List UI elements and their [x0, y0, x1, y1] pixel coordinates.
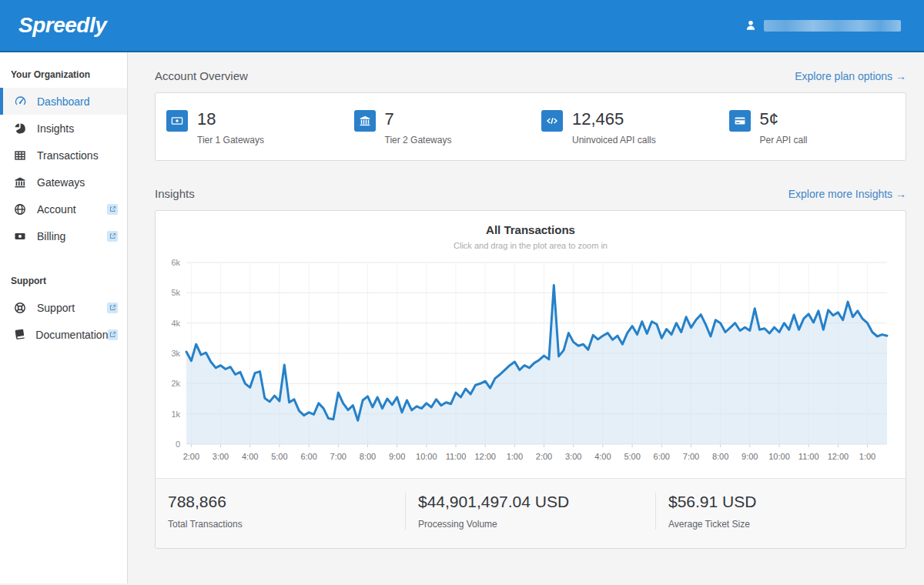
user-name-redacted [764, 20, 901, 32]
stat-label: Tier 1 Gateways [197, 135, 264, 145]
billing-icon [14, 229, 27, 242]
sidebar-item-label: Documentation [35, 329, 108, 341]
support-heading: Support [0, 269, 127, 294]
sidebar-item-label: Account [37, 203, 76, 216]
sidebar-item-transactions[interactable]: Transactions [0, 142, 127, 169]
user-menu[interactable] [745, 19, 901, 32]
svg-text:4:00: 4:00 [242, 452, 258, 461]
svg-text:1:00: 1:00 [507, 452, 523, 461]
code-icon [541, 110, 563, 132]
stat-tier2-gateways: 7 Tier 2 Gateways [343, 110, 531, 145]
svg-text:1k: 1k [171, 410, 180, 419]
sidebar-item-billing[interactable]: Billing [0, 222, 127, 249]
sidebar-item-label: Gateways [37, 176, 85, 189]
sidebar-item-label: Dashboard [37, 95, 90, 108]
person-icon [745, 19, 757, 32]
stat-value: 7 [385, 110, 452, 128]
summary-stats-bar: 788,866 Total Transactions $44,901,497.0… [156, 478, 906, 548]
summary-value: $44,901,497.04 USD [418, 493, 655, 511]
sidebar-item-documentation[interactable]: Documentation [0, 321, 127, 348]
main-content: Account Overview Explore plan options → … [128, 52, 924, 583]
svg-text:5:00: 5:00 [271, 452, 287, 461]
svg-text:2k: 2k [171, 379, 180, 388]
support-icon [14, 301, 27, 314]
sidebar-item-account[interactable]: Account [0, 196, 127, 222]
svg-text:9:00: 9:00 [389, 452, 405, 461]
sidebar-item-label: Insights [37, 122, 74, 135]
summary-value: 788,866 [168, 493, 405, 511]
sidebar-item-dashboard[interactable]: Dashboard [0, 88, 127, 115]
insights-chart-card: All Transactions Click and drag in the p… [155, 210, 906, 549]
svg-text:11:00: 11:00 [798, 452, 819, 461]
chart-subtitle: Click and drag in the plot area to zoom … [156, 241, 906, 250]
dashboard-icon [14, 95, 27, 108]
stat-value: 5¢ [760, 110, 808, 128]
money-icon [166, 110, 188, 132]
svg-text:6:00: 6:00 [300, 452, 316, 461]
summary-label: Average Ticket Size [668, 519, 906, 530]
summary-label: Total Transactions [168, 519, 405, 530]
stat-value: 18 [197, 110, 264, 128]
explore-plan-options-link[interactable]: Explore plan options → [795, 70, 906, 82]
account-overview-title: Account Overview [155, 69, 248, 82]
external-link-icon [107, 303, 118, 313]
documentation-icon [14, 328, 25, 341]
summary-processing-volume: $44,901,497.04 USD Processing Volume [405, 493, 655, 530]
summary-value: $56.91 USD [668, 493, 906, 511]
summary-label: Processing Volume [418, 519, 655, 530]
svg-text:5k: 5k [171, 288, 180, 297]
svg-text:3:00: 3:00 [213, 452, 229, 461]
svg-text:6:00: 6:00 [654, 452, 670, 461]
all-transactions-chart[interactable]: 2:003:004:005:006:007:008:009:0010:0011:… [156, 250, 904, 478]
stat-label: Tier 2 Gateways [385, 135, 452, 145]
explore-more-insights-link[interactable]: Explore more Insights → [788, 188, 906, 200]
insights-title: Insights [155, 187, 195, 200]
svg-text:0: 0 [176, 440, 180, 449]
stat-label: Per API call [760, 135, 808, 145]
svg-text:6k: 6k [171, 258, 180, 267]
sidebar: Your Organization Dashboard Insights Tra… [0, 52, 128, 583]
org-heading: Your Organization [0, 63, 127, 88]
svg-text:7:00: 7:00 [683, 452, 699, 461]
external-link-icon [107, 231, 118, 242]
svg-text:1:00: 1:00 [859, 452, 875, 461]
svg-text:12:00: 12:00 [474, 452, 496, 461]
stat-label: Uninvoiced API calls [572, 135, 656, 145]
svg-text:4:00: 4:00 [594, 452, 611, 461]
external-link-icon [108, 329, 118, 340]
sidebar-item-support[interactable]: Support [0, 294, 127, 321]
transactions-icon [14, 149, 27, 162]
account-icon [14, 202, 27, 216]
gateways-icon [14, 176, 27, 189]
summary-total-transactions: 788,866 Total Transactions [156, 493, 405, 530]
sidebar-item-gateways[interactable]: Gateways [0, 169, 127, 196]
stat-value: 12,465 [572, 110, 656, 128]
svg-text:2:00: 2:00 [183, 452, 199, 461]
stat-uninvoiced-api-calls: 12,465 Uninvoiced API calls [531, 110, 718, 145]
svg-text:7:00: 7:00 [330, 452, 346, 461]
sidebar-item-label: Billing [37, 230, 65, 242]
external-link-icon [107, 204, 118, 215]
svg-text:3:00: 3:00 [565, 452, 581, 461]
sidebar-item-label: Transactions [37, 149, 99, 162]
stat-tier1-gateways: 18 Tier 1 Gateways [156, 110, 343, 145]
svg-text:2:00: 2:00 [536, 452, 552, 461]
account-overview-card: 18 Tier 1 Gateways 7 Tier 2 Gateways 1 [155, 92, 906, 161]
svg-text:9:00: 9:00 [742, 452, 758, 461]
svg-text:8:00: 8:00 [360, 452, 376, 461]
svg-text:5:00: 5:00 [624, 452, 640, 461]
top-header: Spreedly [0, 0, 924, 52]
svg-text:12:00: 12:00 [828, 452, 849, 461]
brand-logo[interactable]: Spreedly [18, 13, 106, 38]
svg-text:8:00: 8:00 [712, 452, 728, 461]
summary-average-ticket-size: $56.91 USD Average Ticket Size [655, 493, 906, 530]
svg-text:3k: 3k [171, 349, 180, 358]
svg-text:4k: 4k [171, 319, 180, 328]
sidebar-item-insights[interactable]: Insights [0, 115, 127, 142]
svg-text:11:00: 11:00 [446, 452, 467, 461]
stat-per-api-call: 5¢ Per API call [718, 110, 906, 145]
chart-title: All Transactions [156, 211, 906, 236]
insights-icon [14, 122, 27, 135]
svg-text:10:00: 10:00 [416, 452, 437, 461]
bank-icon [354, 110, 376, 132]
